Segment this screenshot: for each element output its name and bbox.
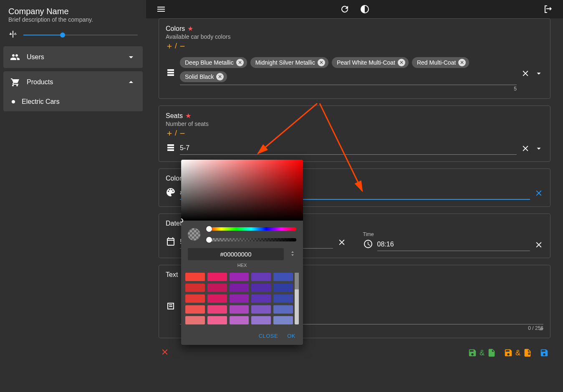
color-swatch[interactable] (185, 316, 205, 324)
color-chip[interactable]: Solid Black✕ (180, 71, 227, 82)
chip-remove-icon[interactable]: ✕ (216, 73, 224, 80)
chip-remove-icon[interactable]: ✕ (398, 59, 405, 66)
color-preview (188, 228, 200, 241)
saturation-value-pane[interactable] (181, 160, 303, 221)
color-swatch[interactable] (230, 273, 249, 281)
colors-label: Colors (166, 25, 185, 33)
alpha-slider[interactable] (206, 238, 296, 241)
color-chip[interactable]: Deep Blue Metallic✕ (180, 57, 247, 68)
chip-remove-icon[interactable]: ✕ (236, 59, 244, 66)
color-chip[interactable]: Midnight Silver Metallic✕ (250, 57, 328, 68)
color-swatch[interactable] (230, 316, 249, 324)
clear-icon[interactable] (521, 69, 530, 78)
color-swatch[interactable] (207, 273, 227, 281)
color-swatch[interactable] (273, 273, 293, 281)
color-swatch[interactable] (230, 294, 249, 303)
dropdown-icon[interactable] (534, 144, 543, 153)
color-swatch[interactable] (251, 284, 271, 292)
time-input[interactable]: 08:16 (377, 238, 530, 251)
refresh-icon[interactable] (340, 4, 350, 14)
color-chip[interactable]: Pearl White Multi-Coat✕ (332, 57, 409, 68)
hex-format-label: HEX (181, 263, 303, 268)
dropdown-icon[interactable] (534, 69, 543, 78)
seats-input[interactable]: 5-7 (180, 142, 517, 155)
save-button[interactable] (540, 348, 549, 357)
sidebar-width-slider[interactable] (23, 35, 138, 35)
list-icon (166, 68, 176, 79)
clock-icon (363, 239, 373, 251)
color-swatch[interactable] (230, 284, 249, 292)
color-swatch[interactable] (273, 284, 293, 292)
color-swatch[interactable] (185, 284, 205, 292)
color-swatch[interactable] (185, 273, 205, 281)
swatch-scrollbar[interactable] (295, 273, 299, 324)
color-swatch[interactable] (251, 273, 271, 281)
chevron-up-icon (126, 77, 136, 87)
picker-ok-button[interactable]: OK (287, 333, 295, 339)
swatch-grid (185, 273, 293, 324)
seats-label: Seats (166, 112, 183, 120)
remove-icon[interactable] (179, 130, 186, 137)
color-swatch[interactable] (185, 305, 205, 314)
text-label: Text (166, 271, 178, 279)
color-chip[interactable]: Red Multi-Coat✕ (412, 57, 469, 68)
datetime-label: Datet (166, 220, 182, 227)
clear-icon[interactable] (521, 144, 530, 153)
menu-icon[interactable] (156, 4, 166, 14)
users-icon (10, 52, 20, 62)
colors-input[interactable]: Deep Blue Metallic✕Midnight Silver Metal… (180, 55, 517, 85)
color-swatch[interactable] (273, 305, 293, 314)
color-swatch[interactable] (207, 294, 227, 303)
nav-item-electric-cars[interactable]: Electric Cars (3, 93, 143, 111)
format-switch-icon[interactable] (289, 250, 296, 259)
company-description: Brief description of the company. (3, 16, 143, 28)
palette-icon (166, 187, 176, 199)
color-swatch[interactable] (273, 294, 293, 303)
color-swatch[interactable] (230, 305, 249, 314)
remove-icon[interactable] (179, 43, 186, 50)
resize-handle[interactable] (539, 327, 543, 330)
nav-users-label: Users (27, 53, 119, 61)
required-star: ★ (187, 25, 193, 33)
color-swatch[interactable] (273, 316, 293, 324)
clear-icon[interactable] (534, 240, 543, 249)
note-icon (166, 301, 176, 313)
bullet-icon (12, 100, 15, 103)
hex-input[interactable] (188, 248, 284, 260)
panel-seats: Seats★ Number of seats / 5-7 (159, 106, 550, 162)
picker-close-button[interactable]: CLOSE (259, 333, 278, 339)
color-swatch[interactable] (251, 316, 271, 324)
hue-slider[interactable] (206, 227, 296, 231)
chip-remove-icon[interactable]: ✕ (318, 59, 325, 66)
color-picker-dialog: HEX CLOSE OK (181, 160, 303, 345)
colors-counter: 5 (180, 86, 517, 92)
logout-icon[interactable] (543, 4, 553, 14)
color-label: Color (166, 175, 182, 182)
theme-toggle-icon[interactable] (360, 4, 370, 14)
color-swatch[interactable] (207, 305, 227, 314)
nav-item-label: Electric Cars (22, 98, 60, 106)
company-title: Company Name (3, 3, 143, 16)
color-swatch[interactable] (251, 305, 271, 314)
cart-icon (10, 77, 20, 87)
save-and-new-button[interactable]: & (468, 348, 496, 357)
time-field-label: Time (363, 231, 544, 237)
add-icon[interactable] (166, 43, 173, 50)
save-and-edit-button[interactable]: & (504, 348, 532, 357)
seats-desc: Number of seats (166, 121, 543, 127)
nav-products[interactable]: Products (3, 71, 143, 93)
cancel-button[interactable] (160, 347, 169, 357)
nav-users[interactable]: Users (3, 46, 143, 68)
color-swatch[interactable] (251, 294, 271, 303)
color-swatch[interactable] (185, 294, 205, 303)
add-icon[interactable] (166, 130, 173, 137)
color-swatch[interactable] (207, 284, 227, 292)
clear-icon[interactable] (337, 238, 346, 247)
clear-icon[interactable] (534, 188, 543, 198)
calendar-icon (166, 236, 176, 248)
chip-remove-icon[interactable]: ✕ (458, 59, 466, 66)
color-swatch[interactable] (207, 316, 227, 324)
nav-products-label: Products (27, 78, 119, 86)
split-icon (8, 30, 18, 40)
panel-colors: Colors★ Available car body colors / Deep… (159, 18, 550, 99)
